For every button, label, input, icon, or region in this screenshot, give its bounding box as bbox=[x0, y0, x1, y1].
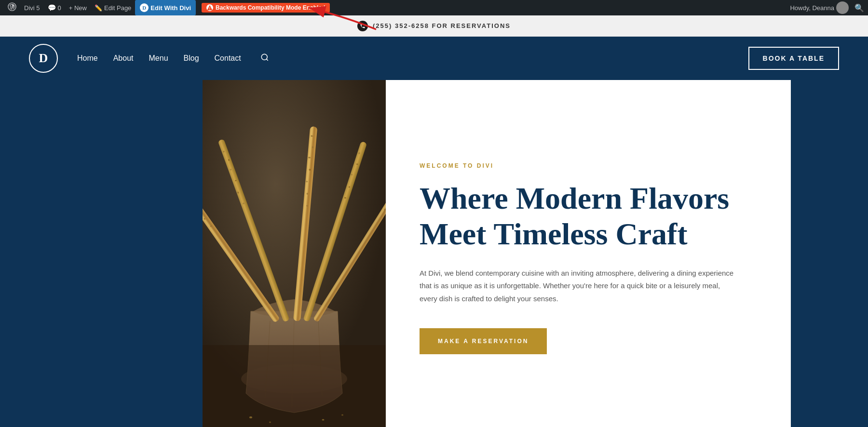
divi-menu-item[interactable]: Divi 5 bbox=[20, 0, 44, 15]
edit-page-label: Edit Page bbox=[104, 4, 131, 12]
admin-bar-right: Howdy, Deanna 🔍 bbox=[790, 1, 864, 14]
avatar bbox=[836, 1, 849, 14]
hero-right-spacer bbox=[791, 80, 868, 427]
edit-with-divi-label: Edit With Divi bbox=[150, 4, 191, 12]
hero-food-image bbox=[203, 80, 386, 427]
comments-menu-item[interactable]: 💬 0 bbox=[44, 0, 65, 15]
compat-badge-label: Backwards Compatibility Mode Enabled bbox=[216, 4, 325, 11]
new-menu-item[interactable]: + New bbox=[65, 0, 91, 15]
nav-blog[interactable]: Blog bbox=[184, 54, 199, 63]
wp-logo[interactable] bbox=[4, 0, 20, 15]
search-icon[interactable] bbox=[260, 53, 269, 64]
hero-content-panel: WELCOME TO DIVI Where Modern Flavors Mee… bbox=[386, 80, 791, 427]
edit-page-item[interactable]: ✏️ Edit Page bbox=[91, 0, 135, 15]
hero-title-line1: Where Modern Flavors bbox=[420, 181, 729, 215]
edit-with-divi-item[interactable]: D Edit With Divi bbox=[135, 0, 196, 15]
hero-title: Where Modern Flavors Meet Timeless Craft bbox=[420, 181, 757, 252]
admin-bar: Divi 5 💬 0 + New ✏️ Edit Page D Edit Wit… bbox=[0, 0, 868, 15]
phone-bar: (255) 352-6258 FOR RESERVATIONS bbox=[0, 15, 868, 37]
warning-icon: ! bbox=[206, 4, 213, 11]
nav-home[interactable]: Home bbox=[77, 54, 98, 63]
edit-page-icon: ✏️ bbox=[95, 4, 102, 12]
hero-title-line2: Meet Timeless Craft bbox=[420, 217, 688, 251]
breadsticks-svg bbox=[203, 80, 386, 427]
wp-icon bbox=[8, 2, 16, 13]
svg-point-49 bbox=[341, 414, 343, 416]
new-label: + New bbox=[69, 4, 87, 12]
svg-point-47 bbox=[269, 422, 271, 423]
reservation-button[interactable]: MAKE A RESERVATION bbox=[420, 328, 547, 354]
nav-about[interactable]: About bbox=[113, 54, 134, 63]
hero-left-spacer bbox=[0, 80, 101, 427]
hero-section: WELCOME TO DIVI Where Modern Flavors Mee… bbox=[0, 80, 868, 427]
nav-menu[interactable]: Menu bbox=[149, 54, 168, 63]
svg-point-48 bbox=[322, 419, 325, 421]
nav-contact[interactable]: Contact bbox=[215, 54, 241, 63]
phone-icon bbox=[357, 21, 368, 31]
main-nav: D Home About Menu Blog Contact BOOK A TA… bbox=[0, 37, 868, 80]
welcome-label: WELCOME TO DIVI bbox=[420, 162, 757, 169]
svg-point-46 bbox=[249, 416, 252, 418]
book-table-button[interactable]: BOOK A TABLE bbox=[748, 47, 839, 70]
comments-icon: 💬 bbox=[48, 4, 56, 12]
nav-logo[interactable]: D bbox=[29, 44, 58, 73]
compat-badge[interactable]: ! Backwards Compatibility Mode Enabled bbox=[202, 3, 330, 13]
search-admin-icon[interactable]: 🔍 bbox=[854, 3, 864, 13]
logo-letter: D bbox=[39, 51, 48, 66]
divi-blue-icon: D bbox=[140, 3, 149, 12]
divi-label: Divi 5 bbox=[24, 4, 40, 12]
nav-links: Home About Menu Blog Contact bbox=[77, 53, 269, 64]
phone-number: (255) 352-6258 FOR RESERVATIONS bbox=[373, 22, 511, 29]
hero-description: At Divi, we blend contemporary cuisine w… bbox=[420, 267, 738, 305]
svg-text:!: ! bbox=[209, 7, 210, 10]
svg-rect-45 bbox=[203, 345, 386, 427]
howdy-label: Howdy, Deanna bbox=[790, 4, 834, 12]
comments-count: 0 bbox=[58, 4, 61, 12]
svg-point-4 bbox=[261, 54, 267, 60]
